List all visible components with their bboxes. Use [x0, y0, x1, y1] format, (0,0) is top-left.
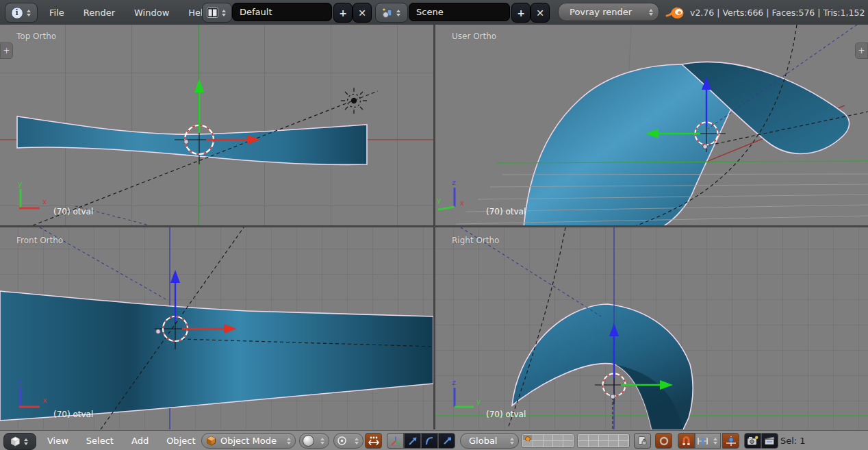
expand-region-button[interactable]: + — [855, 42, 868, 59]
lock-to-scene-toggle[interactable] — [634, 433, 651, 449]
layer-cell[interactable] — [563, 441, 573, 447]
proportional-edit-toggle[interactable] — [655, 433, 672, 449]
snap-target-button[interactable] — [722, 433, 739, 449]
object-mode-cube-icon — [206, 436, 216, 446]
translate-manipulator-button[interactable] — [404, 433, 421, 449]
viewport-top-canvas: y x — [0, 25, 433, 225]
mesh-object[interactable] — [0, 291, 433, 421]
scale-icon — [442, 436, 452, 447]
menu-view[interactable]: View — [38, 436, 77, 446]
info-icon: i — [11, 7, 23, 19]
delete-layout-button[interactable]: ✕ — [353, 3, 372, 23]
viewport-front-canvas: z x — [0, 227, 433, 429]
scene-statistics: v2.76 | Verts:666 | Faces:576 | Tris:1,1… — [690, 0, 865, 25]
scene-selector[interactable] — [375, 3, 408, 23]
svg-text:y: y — [437, 196, 442, 205]
menu-window[interactable]: Window — [125, 8, 179, 18]
magnet-icon — [681, 436, 691, 447]
layout-name-field[interactable]: Default — [232, 3, 332, 21]
viewport-label: Front Ortho — [16, 236, 63, 245]
layer-cell[interactable] — [609, 435, 618, 440]
viewport-user[interactable]: z y x User Ortho (70) otval + — [435, 25, 868, 225]
layout-split-icon — [207, 8, 218, 18]
manipulator-toggle-button[interactable] — [387, 433, 404, 449]
viewport-right[interactable]: z y Right Ortho (70) otval — [435, 227, 868, 429]
layer-cell[interactable] — [533, 441, 543, 447]
mode-value: Object Mode — [220, 436, 281, 446]
center-points-icon — [368, 436, 379, 446]
blender-window: i File Render Window Help Default + ✕ — [0, 0, 868, 450]
transform-orientation-dropdown[interactable]: Global — [460, 433, 519, 449]
snap-element-dropdown[interactable] — [695, 433, 721, 449]
view3d-menubar: View Select Add Object — [38, 431, 204, 450]
blender-logo-icon — [665, 4, 685, 21]
clapperboard-icon — [764, 436, 776, 446]
add-layout-button[interactable]: + — [333, 3, 353, 23]
rotate-icon — [424, 436, 435, 447]
translate-icon — [407, 436, 418, 447]
layer-cell[interactable] — [619, 441, 628, 447]
mini-axis-widget: z y x — [437, 178, 464, 210]
mesh-object[interactable] — [17, 116, 367, 164]
viewport-top[interactable]: y x Top Ortho (70) otval + — [0, 25, 433, 225]
pivot-point-dropdown[interactable] — [333, 433, 363, 449]
layer-cell[interactable] — [544, 435, 553, 440]
layer-cell[interactable] — [533, 435, 543, 440]
add-scene-button[interactable]: + — [511, 3, 531, 23]
delete-scene-button[interactable]: ✕ — [531, 3, 550, 23]
menu-select[interactable]: Select — [77, 436, 123, 446]
pivot-median-icon — [337, 436, 347, 446]
svg-text:x: x — [42, 396, 47, 405]
opengl-animation-button[interactable] — [761, 433, 778, 449]
scene-icon — [382, 8, 393, 18]
layer-cell[interactable] — [563, 435, 573, 440]
spinner-arrows-icon — [395, 10, 402, 16]
layer-cell[interactable] — [609, 441, 618, 447]
shading-solid-icon — [303, 435, 314, 447]
menu-add[interactable]: Add — [123, 436, 157, 446]
layer-cell[interactable] — [599, 441, 609, 447]
layer-cell[interactable] — [578, 441, 588, 447]
svg-text:z: z — [452, 378, 456, 387]
menu-render[interactable]: Render — [74, 8, 125, 18]
layer-cell[interactable] — [589, 441, 598, 447]
layers-group-2 — [577, 434, 630, 448]
opengl-render-button[interactable] — [744, 433, 761, 449]
expand-region-button[interactable]: + — [0, 42, 13, 59]
active-object-label: (70) otval — [486, 410, 526, 419]
screen-layout-selector[interactable] — [202, 3, 232, 23]
view3d-editor-icon — [10, 436, 21, 447]
svg-text:y: y — [18, 179, 23, 188]
snap-increment-icon — [697, 436, 709, 446]
scale-manipulator-button[interactable] — [438, 433, 455, 449]
menu-file[interactable]: File — [40, 8, 74, 18]
render-engine-dropdown[interactable]: Povray render — [558, 3, 659, 21]
viewport-shading-dropdown[interactable] — [299, 433, 329, 449]
layer-cell[interactable] — [619, 435, 628, 440]
layer-cell[interactable] — [553, 435, 563, 440]
layer-cell[interactable] — [599, 435, 609, 440]
spinner-arrows-icon — [220, 10, 227, 16]
editor-type-selector[interactable] — [3, 433, 36, 450]
spinner-arrows-icon — [319, 438, 326, 445]
active-object-label: (70) otval — [53, 207, 93, 216]
axis-tripod-icon — [390, 436, 401, 447]
rotate-manipulator-button[interactable] — [421, 433, 438, 449]
header-menubar: File Render Window Help — [40, 0, 218, 25]
manipulate-center-points-toggle[interactable] — [365, 433, 382, 449]
lamp-object[interactable] — [341, 88, 367, 114]
editor-type-selector[interactable]: i — [5, 3, 38, 23]
layer-cell[interactable] — [544, 441, 553, 447]
layer-cell[interactable] — [523, 441, 533, 447]
scene-name-field[interactable]: Scene — [409, 3, 510, 21]
layer-cell[interactable] — [553, 441, 563, 447]
layer-cell[interactable] — [578, 435, 588, 440]
layers-group-1 — [522, 434, 574, 448]
menu-object[interactable]: Object — [157, 436, 204, 446]
layer-cell[interactable] — [523, 435, 533, 440]
layer-cell[interactable] — [589, 435, 598, 440]
viewport-front[interactable]: z x Front Ortho (70) otval — [0, 227, 433, 429]
snap-toggle[interactable] — [678, 433, 695, 449]
viewport-divider-horizontal[interactable] — [0, 225, 868, 227]
mode-dropdown[interactable]: Object Mode — [201, 433, 296, 449]
